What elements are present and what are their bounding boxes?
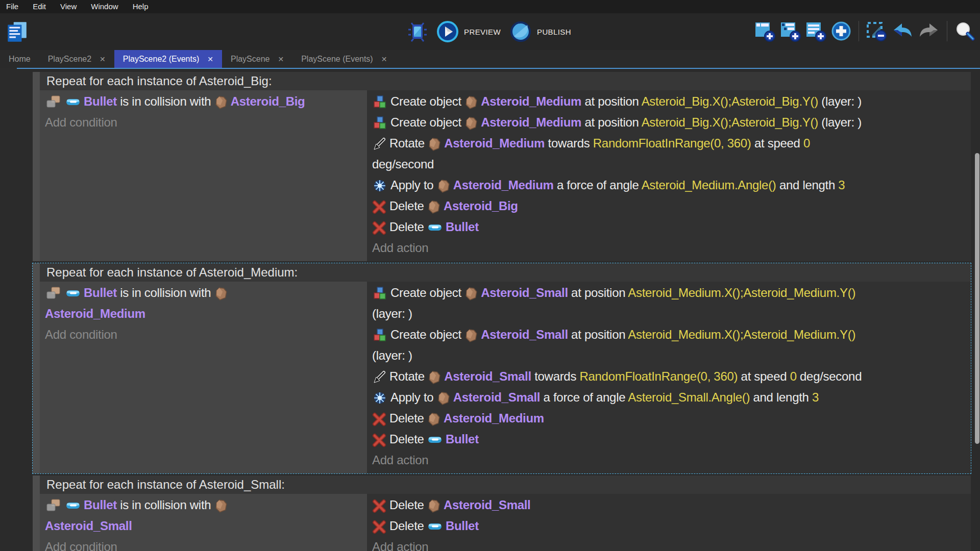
tab-bar: HomePlayScene2✕PlayScene2 (Events)✕PlayS…	[0, 50, 980, 68]
add-action-button[interactable]: Add action	[372, 237, 967, 258]
action-row[interactable]: Delete Asteroid_Big	[372, 195, 967, 216]
text-segment: Create object	[390, 328, 464, 341]
asteroid-icon	[464, 287, 478, 301]
redo-button[interactable]	[917, 20, 941, 42]
text-segment: Bullet	[84, 498, 117, 512]
action-row[interactable]: Rotate Asteroid_Medium towards RandomFlo…	[372, 133, 967, 174]
preview-play-icon	[436, 20, 459, 43]
asteroid-icon	[437, 391, 450, 406]
tab-playscene[interactable]: PlayScene✕	[222, 50, 292, 68]
condition-row[interactable]: Bullet is in collision with Asteroid_Med…	[45, 282, 363, 324]
debugger-button[interactable]	[407, 20, 428, 43]
collision-icon	[45, 94, 62, 110]
add-condition-button[interactable]: Add condition	[45, 536, 363, 551]
preview-button[interactable]: PREVIEW	[436, 20, 501, 43]
tab-label: Home	[9, 55, 31, 64]
event-header[interactable]: Repeat for each instance of Asteroid_Med…	[40, 263, 971, 282]
event-drag-handle[interactable]	[33, 72, 40, 261]
actions-panel: Create object Asteroid_Medium at positio…	[367, 90, 971, 261]
action-row[interactable]: Delete Bullet	[372, 429, 967, 449]
add-condition-button[interactable]: Add condition	[45, 324, 363, 345]
action-row[interactable]: Delete Asteroid_Medium	[372, 408, 967, 429]
text-segment: deg/second	[372, 157, 434, 171]
text-segment: towards	[545, 136, 593, 150]
text-segment: Asteroid_Big	[444, 199, 518, 213]
tab-close-icon[interactable]: ✕	[278, 56, 284, 63]
menu-item-view[interactable]: View	[60, 0, 77, 13]
text-segment: Asteroid_Medium	[45, 307, 145, 320]
action-row[interactable]: Apply to Asteroid_Small a force of angle…	[372, 387, 967, 408]
action-row[interactable]: Apply to Asteroid_Medium a force of angl…	[372, 174, 967, 195]
text-segment: Create object	[390, 94, 464, 108]
vertical-scrollbar-thumb[interactable]	[975, 153, 979, 444]
text-segment: Asteroid_Medium	[444, 411, 544, 425]
text-segment: deg/second	[797, 369, 862, 383]
menu-item-file[interactable]: File	[6, 0, 18, 13]
delete-icon	[372, 200, 386, 214]
action-row[interactable]: Create object Asteroid_Small at position…	[372, 282, 967, 324]
event-header[interactable]: Repeat for each instance of Asteroid_Big…	[40, 72, 971, 90]
delete-icon	[372, 520, 386, 534]
condition-row[interactable]: Bullet is in collision with Asteroid_Big	[45, 91, 363, 112]
add-event-icon	[753, 20, 776, 42]
bullet-icon	[65, 286, 81, 301]
publish-globe-icon	[509, 20, 532, 43]
action-row[interactable]: Delete Bullet	[372, 515, 967, 536]
add-circle-button[interactable]	[830, 20, 852, 42]
tab-playscene2[interactable]: PlayScene2✕	[39, 50, 114, 68]
tab-home[interactable]: Home	[0, 50, 39, 68]
text-segment: Delete	[389, 220, 427, 234]
add-condition-button[interactable]: Add condition	[45, 112, 363, 133]
asteroid-icon	[428, 137, 441, 152]
add-action-button[interactable]: Add action	[372, 449, 967, 470]
publish-button[interactable]: PUBLISH	[509, 20, 571, 43]
tab-playscene2-events[interactable]: PlayScene2 (Events)✕	[114, 50, 222, 68]
action-row[interactable]: Create object Asteroid_Small at position…	[372, 324, 967, 366]
text-segment: Delete	[389, 199, 427, 213]
bullet-icon	[427, 519, 443, 534]
asteroid-icon	[427, 499, 440, 513]
action-row[interactable]: Delete Asteroid_Small	[372, 494, 967, 515]
text-segment: Apply to	[390, 178, 437, 192]
condition-row[interactable]: Bullet is in collision with Asteroid_Sma…	[45, 494, 363, 536]
text-segment: Asteroid_Medium	[481, 94, 581, 108]
publish-label: PUBLISH	[537, 28, 571, 36]
remove-selection-button[interactable]	[865, 20, 888, 42]
action-row[interactable]: Delete Bullet	[372, 216, 967, 237]
tab-close-icon[interactable]: ✕	[207, 56, 213, 63]
text-segment: Asteroid_Medium.X();Asteroid_Medium.Y()	[628, 328, 855, 341]
action-row[interactable]: Create object Asteroid_Medium at positio…	[372, 91, 967, 112]
menu-item-edit[interactable]: Edit	[33, 0, 46, 13]
tab-label: PlayScene2	[48, 55, 91, 64]
text-segment: Asteroid_Big.X();Asteroid_Big.Y()	[642, 115, 818, 129]
event-main: Repeat for each instance of Asteroid_Med…	[40, 263, 971, 473]
asteroid-icon	[464, 95, 478, 110]
actions-panel: Create object Asteroid_Small at position…	[367, 282, 971, 473]
add-action-button[interactable]: Add action	[372, 536, 967, 551]
event-body: Bullet is in collision with Asteroid_Sma…	[40, 494, 971, 551]
project-manager-icon	[5, 20, 29, 44]
force-icon	[372, 178, 387, 193]
text-segment: Delete	[389, 519, 427, 533]
project-manager-button[interactable]	[5, 20, 29, 44]
rotate-icon	[372, 137, 386, 152]
undo-button[interactable]	[891, 20, 914, 42]
tab-close-icon[interactable]: ✕	[381, 56, 387, 63]
text-segment: Asteroid_Small	[45, 519, 132, 533]
add-comment-button[interactable]	[804, 20, 827, 42]
event-drag-handle[interactable]	[33, 263, 40, 473]
menu-item-help[interactable]: Help	[133, 0, 149, 13]
event-header[interactable]: Repeat for each instance of Asteroid_Sma…	[40, 475, 971, 494]
tab-close-icon[interactable]: ✕	[100, 56, 106, 63]
text-segment: 3	[812, 390, 819, 404]
search-button[interactable]	[953, 20, 976, 42]
menu-item-window[interactable]: Window	[91, 0, 118, 13]
text-segment: Asteroid_Small	[481, 286, 568, 299]
add-subevent-button[interactable]	[779, 20, 801, 42]
action-row[interactable]: Create object Asteroid_Medium at positio…	[372, 112, 967, 133]
tab-playscene-events[interactable]: PlayScene (Events)✕	[292, 50, 396, 68]
action-row[interactable]: Rotate Asteroid_Small towards RandomFloa…	[372, 366, 967, 387]
event-drag-handle[interactable]	[33, 475, 40, 551]
add-event-button[interactable]	[753, 20, 776, 42]
text-segment: 0	[790, 369, 797, 383]
